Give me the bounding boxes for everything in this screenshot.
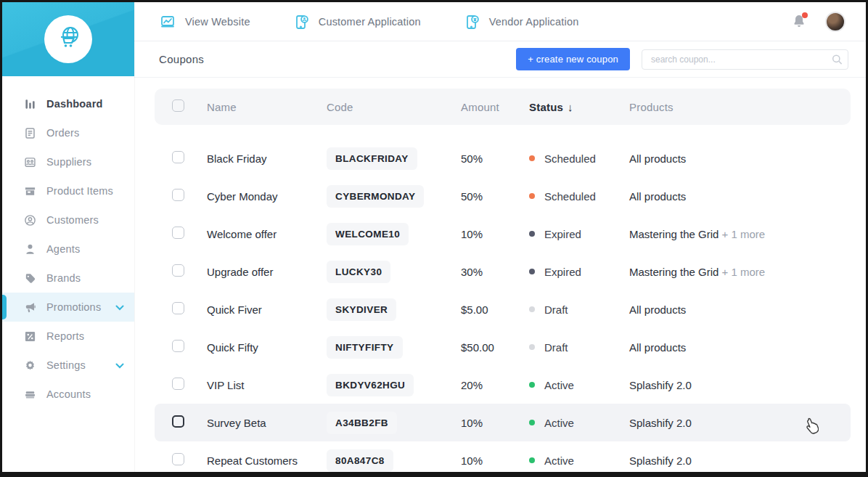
- row-checkbox[interactable]: [172, 302, 184, 314]
- sidebar-item-dashboard[interactable]: Dashboard: [2, 89, 134, 118]
- row-checkbox-cell: [172, 415, 207, 431]
- table-row[interactable]: Upgrade offerLUCKY3030%ExpiredMastering …: [155, 253, 851, 290]
- table-row[interactable]: Black FridayBLACKFRIDAY50%ScheduledAll p…: [155, 139, 851, 177]
- coupon-code-cell: 80A847C8: [327, 449, 461, 472]
- sidebar-item-product-items[interactable]: Product Items: [2, 176, 134, 205]
- user-avatar[interactable]: [825, 12, 846, 32]
- topbar-link-view-website[interactable]: View Website: [159, 13, 250, 30]
- sidebar-item-brands[interactable]: Brands: [2, 264, 134, 293]
- row-checkbox[interactable]: [172, 378, 184, 390]
- coupon-amount-cell: 20%: [461, 379, 529, 391]
- topbar-link-label: View Website: [185, 16, 250, 28]
- products-extra-label: + 1 more: [718, 228, 765, 240]
- row-checkbox-cell: [172, 189, 207, 204]
- sidebar-item-customers[interactable]: Customers: [2, 205, 134, 235]
- search-coupon-input[interactable]: [642, 49, 848, 70]
- chevron-down-icon: [115, 362, 124, 369]
- coupon-products-cell: Splashify 2.0: [629, 417, 833, 429]
- table-row[interactable]: Repeat Customers80A847C810%ActiveSplashi…: [155, 441, 851, 477]
- website-icon: [159, 13, 176, 30]
- coupons-table: NameCodeAmountStatus↓Products Black Frid…: [155, 89, 851, 477]
- create-new-coupon-button[interactable]: + create new coupon: [516, 48, 630, 70]
- status-dot: [529, 420, 535, 425]
- row-checkbox[interactable]: [172, 151, 184, 163]
- status-dot: [529, 382, 535, 388]
- sidebar-item-accounts[interactable]: Accounts: [2, 380, 134, 409]
- brand-logo[interactable]: [44, 15, 92, 63]
- coupon-code-badge: BKDYV62HGU: [327, 374, 414, 396]
- coupon-code-badge: A34BB2FB: [327, 412, 397, 434]
- status-label: Draft: [544, 303, 568, 316]
- bar-chart-icon: [23, 97, 36, 110]
- status-dot: [529, 193, 535, 199]
- coupon-products-cell: Splashify 2.0: [629, 454, 833, 467]
- column-header-amount[interactable]: Amount: [461, 101, 529, 113]
- row-checkbox-cell: [172, 378, 207, 393]
- row-checkbox-cell: [172, 151, 207, 166]
- column-header-status[interactable]: Status↓: [529, 101, 629, 113]
- sidebar-item-label: Product Items: [46, 185, 113, 197]
- select-all-checkbox[interactable]: [172, 99, 184, 112]
- megaphone-icon: [23, 301, 36, 314]
- coupon-code-badge: LUCKY30: [327, 261, 390, 283]
- row-checkbox-cell: [172, 227, 207, 242]
- coupon-name-cell: Black Friday: [207, 152, 327, 165]
- coupon-name-cell: VIP List: [207, 379, 327, 391]
- sidebar-item-settings[interactable]: Settings: [2, 351, 134, 380]
- table-row[interactable]: Cyber MondayCYBERMONDAY50%ScheduledAll p…: [155, 177, 851, 215]
- sidebar-item-label: Brands: [46, 272, 81, 284]
- coupon-products-cell: All products: [629, 190, 833, 203]
- sidebar-nav: DashboardOrdersSuppliersProduct ItemsCus…: [2, 76, 134, 409]
- chevron-down-icon: [115, 304, 124, 311]
- row-checkbox[interactable]: [172, 189, 184, 201]
- row-checkbox[interactable]: [172, 264, 184, 277]
- customer-app-icon: [292, 13, 310, 30]
- coupon-products-cell: All products: [629, 152, 833, 165]
- coupon-amount-cell: 10%: [461, 228, 529, 240]
- row-checkbox[interactable]: [172, 340, 184, 352]
- sidebar-item-label: Dashboard: [46, 98, 103, 110]
- main-area: View WebsiteCustomer ApplicationVendor A…: [134, 2, 866, 472]
- sidebar-item-orders[interactable]: Orders: [2, 118, 134, 147]
- topbar-link-customer-application[interactable]: Customer Application: [292, 13, 421, 30]
- header-checkbox-cell: [172, 99, 207, 115]
- coupon-amount-cell: 30%: [461, 266, 529, 278]
- sidebar-item-reports[interactable]: Reports: [2, 322, 134, 351]
- row-checkbox[interactable]: [172, 453, 184, 465]
- coupon-amount-cell: $5.00: [461, 303, 529, 316]
- table-row[interactable]: VIP ListBKDYV62HGU20%ActiveSplashify 2.0: [155, 366, 851, 404]
- coupon-code-badge: WELCOME10: [327, 223, 409, 245]
- coupon-status-cell: Scheduled: [529, 190, 629, 203]
- sidebar-item-promotions[interactable]: Promotions: [2, 293, 134, 322]
- coupon-code-badge: 80A847C8: [327, 449, 393, 472]
- coupon-products-cell: Mastering the Grid + 1 more: [629, 266, 833, 278]
- sidebar-item-label: Customers: [46, 214, 99, 226]
- table-body: Black FridayBLACKFRIDAY50%ScheduledAll p…: [155, 139, 851, 477]
- status-dot: [529, 155, 535, 161]
- table-row[interactable]: Quick FiftyNIFTYFIFTY$50.00DraftAll prod…: [155, 328, 851, 366]
- topbar-link-label: Vendor Application: [489, 16, 579, 28]
- coupon-name-cell: Upgrade offer: [207, 266, 327, 278]
- coupon-amount-cell: 50%: [461, 190, 529, 203]
- coupon-status-cell: Active: [529, 417, 629, 429]
- status-dot: [529, 306, 535, 312]
- unread-dot: [802, 12, 808, 18]
- gear-icon: [23, 359, 36, 372]
- row-checkbox[interactable]: [172, 227, 184, 239]
- table-row[interactable]: Survey BetaA34BB2FB10%ActiveSplashify 2.…: [155, 404, 851, 441]
- sidebar-item-suppliers[interactable]: Suppliers: [2, 147, 134, 176]
- status-label: Expired: [544, 266, 581, 278]
- table-row[interactable]: Quick FiverSKYDIVER$5.00DraftAll product…: [155, 290, 851, 328]
- column-header-code[interactable]: Code: [327, 101, 461, 113]
- table-row[interactable]: Welcome offerWELCOME1010%ExpiredMasterin…: [155, 215, 851, 253]
- column-header-products[interactable]: Products: [629, 101, 833, 113]
- notifications-bell-icon[interactable]: [792, 14, 806, 30]
- document-icon: [23, 126, 36, 139]
- row-checkbox[interactable]: [172, 415, 184, 428]
- topbar-link-vendor-application[interactable]: Vendor Application: [463, 13, 579, 30]
- row-checkbox-cell: [172, 453, 207, 468]
- column-header-name[interactable]: Name: [207, 101, 327, 113]
- sidebar-item-agents[interactable]: Agents: [2, 235, 134, 264]
- products-extra-label: + 1 more: [718, 266, 765, 278]
- coupon-amount-cell: 10%: [461, 454, 529, 467]
